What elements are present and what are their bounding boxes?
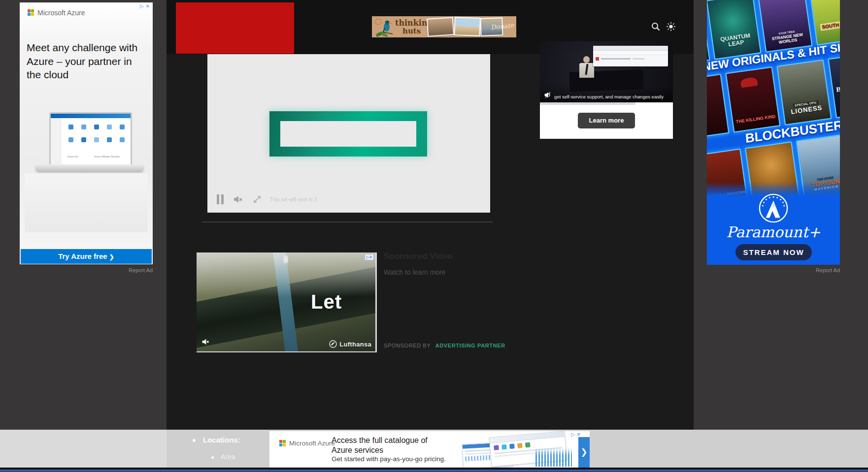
lufthansa-sponsored-video[interactable]: Let ▷✕ Lufthansa <box>197 252 375 351</box>
fullscreen-icon[interactable] <box>253 195 262 204</box>
ad-subtext: Get started with pay-as-you-go pricing. <box>332 455 446 463</box>
banner-photo <box>454 17 480 36</box>
adchoices-icon[interactable]: ▷✕ <box>365 254 373 260</box>
advertiser-brand-row: Microsoft Azure <box>279 439 335 447</box>
advertiser-brand: Microsoft Azure <box>289 440 335 447</box>
close-icon[interactable]: ✕ <box>577 432 582 437</box>
search-icon[interactable] <box>651 22 660 31</box>
screen-tile-label: Azure VMware Solution <box>94 155 120 158</box>
ad-countdown-text: This ad will end in 2 <box>269 196 317 202</box>
banner-photo <box>427 17 454 37</box>
advertising-partner-link[interactable]: ADVERTISING PARTNER <box>435 343 505 348</box>
sponsor-attribution: SPONSORED BY ADVERTISING PARTNER <box>384 341 505 349</box>
laptop-base <box>35 164 144 172</box>
ad-terms-text: T&Cs apply. Subscription required. 18+. <box>707 264 840 265</box>
report-ad-link[interactable]: Report Ad <box>20 267 153 273</box>
site-logo-placeholder[interactable] <box>176 2 294 54</box>
poster-grid: QUANTUM LEAP STAR TREK STRANGE NEW WORLD… <box>707 0 840 3</box>
mute-icon[interactable] <box>233 194 243 204</box>
fog-overlay <box>197 252 375 297</box>
locations-label: Locations: <box>203 436 240 444</box>
chevron-right-icon: ❯ <box>580 447 587 457</box>
laptop-screen: Azure Arc Azure VMware Solution <box>49 112 132 169</box>
learn-more-button[interactable]: Learn more <box>578 113 635 128</box>
laptop-illustration: Azure Arc Azure VMware Solution <box>25 98 148 246</box>
hpe-logo <box>269 111 427 157</box>
report-ad-link[interactable]: Report Ad <box>707 267 840 273</box>
poster-title: SOUTH PARK <box>820 19 840 31</box>
paramount-branding-area: Paramount+ STREAM NOW T&Cs apply. Subscr… <box>707 182 840 265</box>
close-icon[interactable]: ✕ <box>146 4 151 9</box>
sponsored-video-heading: Sponsored Video <box>384 252 453 261</box>
lufthansa-logo-icon <box>329 340 337 348</box>
person-head <box>583 56 590 63</box>
advertiser-brand: Microsoft Azure <box>37 9 85 17</box>
brightness-icon[interactable] <box>666 22 676 31</box>
video-caption: get self-service support, and manage cha… <box>552 94 666 99</box>
thumb-edge-highlight <box>375 252 377 351</box>
floor <box>25 173 148 232</box>
list-bullet <box>193 439 196 442</box>
ad-headline: Meet any challenge with Azure – your par… <box>27 41 147 82</box>
banner-next-button[interactable]: ❯ <box>578 437 590 468</box>
mute-icon[interactable] <box>544 91 552 99</box>
mute-icon[interactable] <box>201 338 210 346</box>
try-azure-free-button[interactable]: Try Azure free ❯ <box>21 249 152 264</box>
poster-title: BILLIONS <box>835 82 840 117</box>
video-progress-fill <box>540 102 635 105</box>
video-ad-player[interactable]: This ad will end in 2 <box>207 54 490 213</box>
donate-link[interactable]: Donate <box>490 22 514 31</box>
pause-button[interactable] <box>217 194 224 206</box>
page: ▷ ✕ Microsoft Azure Meet any challenge w… <box>0 0 868 472</box>
lufthansa-brand-row: Lufthansa <box>329 340 371 348</box>
browser-mock <box>593 46 668 66</box>
list-bullet <box>211 456 214 459</box>
section-divider <box>202 221 493 222</box>
adchoices-icon[interactable]: ▷ <box>140 4 145 9</box>
advertiser-brand-row: Microsoft Azure <box>28 8 85 17</box>
mini-bar-chart <box>535 448 572 467</box>
paramount-logo-icon <box>758 193 789 223</box>
screen-tile-label: Azure Arc <box>67 155 78 158</box>
paramount-wordmark: Paramount+ <box>707 223 840 241</box>
microsoft-logo-icon <box>28 9 34 16</box>
browser-loading-bar <box>0 470 868 472</box>
microsoft-logo-icon <box>279 440 286 446</box>
footer-area-link[interactable]: Area <box>221 453 235 461</box>
lufthansa-brand: Lufthansa <box>339 341 371 348</box>
sponsored-by-label: SPONSORED BY <box>384 343 431 348</box>
thumb-bottom-edge <box>197 351 377 352</box>
azure-bottom-banner-ad[interactable]: ▷ ✕ Microsoft Azure Access the full cata… <box>269 431 590 468</box>
stream-now-button[interactable]: STREAM NOW <box>735 244 812 260</box>
sponsored-video-subheading: Watch to learn more <box>384 268 446 276</box>
video-progress-track[interactable] <box>540 102 673 105</box>
right-ad-video: get self-service support, and manage cha… <box>540 41 673 102</box>
right-video-ad[interactable]: get self-service support, and manage cha… <box>540 41 673 139</box>
paramount-plus-ad[interactable]: QUANTUM LEAP STAR TREK STRANGE NEW WORLD… <box>707 0 840 265</box>
banner-brand-line2: huts <box>402 28 421 35</box>
footer-band-left <box>0 430 167 468</box>
ad-headline: Access the full catalogue of Azure servi… <box>332 436 447 455</box>
video-overlay-text: Let <box>311 291 342 313</box>
chevron-right-icon: ❯ <box>109 253 114 260</box>
red-umbrella <box>740 77 758 88</box>
azure-sidebar-ad[interactable]: ▷ ✕ Microsoft Azure Meet any challenge w… <box>20 2 153 264</box>
adchoices-icon[interactable]: ▷ <box>571 432 576 437</box>
thinking-huts-banner-ad[interactable]: thinking huts Donate <box>372 16 516 37</box>
